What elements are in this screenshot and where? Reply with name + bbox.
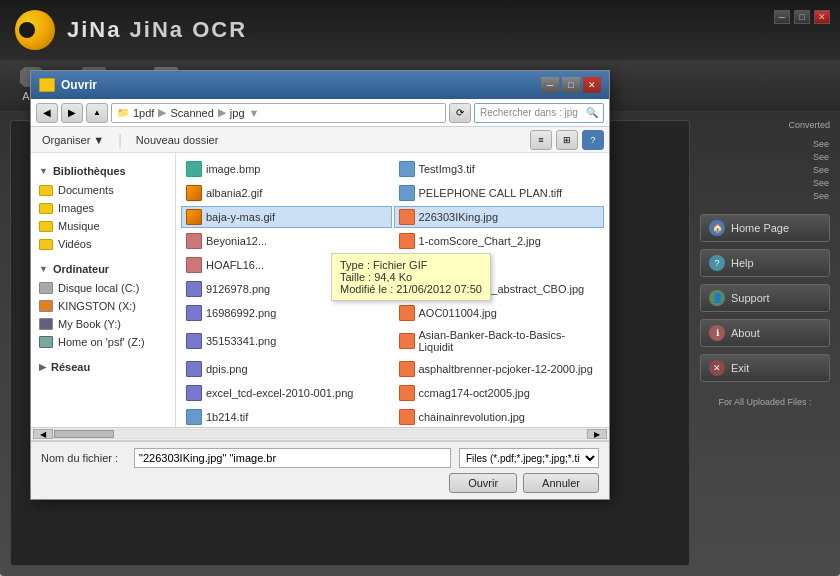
- forward-button[interactable]: ▶: [61, 103, 83, 123]
- sidebar-item-home-psf[interactable]: Home on 'psf' (Z:): [31, 333, 175, 351]
- converted-label: Converted: [700, 120, 830, 130]
- file-item-dpis[interactable]: dpis.png: [181, 358, 392, 380]
- sidebar-item-videos[interactable]: Vidéos: [31, 235, 175, 253]
- network-section: ▶ Réseau: [31, 354, 175, 380]
- search-icon: 🔍: [586, 107, 598, 118]
- file-item-beyonia[interactable]: Beyonia12...: [181, 230, 392, 252]
- jpg-icon: [399, 385, 415, 401]
- file-open-dialog: Ouvrir ─ □ ✕ ◀ ▶ ▲ 📁 1pdf ▶ Scanned ▶ jp…: [30, 70, 610, 500]
- file-item-baja[interactable]: baja-y-mas.gif: [181, 206, 392, 228]
- dialog-close-button[interactable]: ✕: [583, 77, 601, 93]
- dialog-sidebar: ▼ Bibliothèques Documents Images Musique: [31, 153, 176, 427]
- img-icon: [186, 233, 202, 249]
- file-item-226303[interactable]: 226303IKing.jpg: [394, 206, 605, 228]
- maximize-button[interactable]: □: [794, 10, 810, 24]
- back-button[interactable]: ◀: [36, 103, 58, 123]
- search-bar[interactable]: Rechercher dans : jpg 🔍: [474, 103, 604, 123]
- scroll-thumb[interactable]: [54, 430, 114, 438]
- jina-titlebar: JiNa JiNa OCR ─ □ ✕: [0, 0, 840, 60]
- file-item-excel-tcd[interactable]: excel_tcd-excel-2010-001.png: [181, 382, 392, 404]
- drive-icon: [39, 282, 53, 294]
- file-item-1b214[interactable]: 1b214.tif: [181, 406, 392, 427]
- gif-icon: [186, 209, 202, 225]
- minimize-button[interactable]: ─: [774, 10, 790, 24]
- breadcrumb[interactable]: 📁 1pdf ▶ Scanned ▶ jpg ▼: [111, 103, 446, 123]
- about-button[interactable]: ℹ About: [700, 319, 830, 347]
- tooltip-type: Type : Fichier GIF: [340, 259, 482, 271]
- nouveau-dossier-button[interactable]: Nouveau dossier: [130, 132, 225, 148]
- close-button[interactable]: ✕: [814, 10, 830, 24]
- file-item-asphalt[interactable]: asphaltbrenner-pcjoker-12-2000.jpg: [394, 358, 605, 380]
- jpg-icon: [399, 209, 415, 225]
- grid-view-button[interactable]: ⊞: [556, 130, 578, 150]
- file-item-testimg3[interactable]: TestImg3.tif: [394, 158, 605, 180]
- tif-icon: [399, 185, 415, 201]
- dialog-title: Ouvrir: [61, 78, 97, 92]
- tooltip-size: Taille : 94,4 Ko: [340, 271, 482, 283]
- recent-button[interactable]: ⟳: [449, 103, 471, 123]
- filename-input[interactable]: [134, 448, 451, 468]
- about-icon: ℹ: [709, 325, 725, 341]
- dialog-maximize-button[interactable]: □: [562, 77, 580, 93]
- organiser-button[interactable]: Organiser ▼: [36, 132, 110, 148]
- jina-right-sidebar: Converted See See See See See 🏠 Home Pag…: [700, 120, 830, 566]
- scroll-track[interactable]: [53, 429, 587, 439]
- expand-icon: ▼: [39, 264, 48, 274]
- jpg-icon: [399, 333, 415, 349]
- folder-icon: [39, 203, 53, 214]
- sidebar-item-images[interactable]: Images: [31, 199, 175, 217]
- list-view-button[interactable]: ≡: [530, 130, 552, 150]
- libraries-header[interactable]: ▼ Bibliothèques: [31, 161, 175, 181]
- sidebar-item-documents[interactable]: Documents: [31, 181, 175, 199]
- window-controls: ─ □ ✕: [774, 10, 830, 24]
- app-title: JiNa JiNa OCR: [67, 17, 247, 43]
- network-header[interactable]: ▶ Réseau: [31, 357, 175, 377]
- file-item-ccmag[interactable]: ccmag174-oct2005.jpg: [394, 382, 605, 404]
- file-item-16986992[interactable]: 16986992.png: [181, 302, 392, 324]
- file-item-comscore[interactable]: 1-comScore_Chart_2.jpg: [394, 230, 605, 252]
- drive-icon: [39, 318, 53, 330]
- scroll-right-button[interactable]: ▶: [587, 429, 607, 439]
- tif-icon: [399, 161, 415, 177]
- dialog-bottom: Nom du fichier : Files (*.pdf;*.jpeg;*.j…: [31, 441, 609, 499]
- exit-button[interactable]: ✕ Exit: [700, 354, 830, 382]
- folder-icon: [39, 239, 53, 250]
- open-button[interactable]: Ouvrir: [449, 473, 517, 493]
- file-item-image-bmp[interactable]: image.bmp: [181, 158, 392, 180]
- cancel-button[interactable]: Annuler: [523, 473, 599, 493]
- jpg-icon: [399, 409, 415, 425]
- file-item-35153341[interactable]: 35153341.png: [181, 326, 392, 356]
- help-view-button[interactable]: ?: [582, 130, 604, 150]
- help-icon: ?: [709, 255, 725, 271]
- sidebar-item-musique[interactable]: Musique: [31, 217, 175, 235]
- file-item-chainain[interactable]: chainainrevolution.jpg: [394, 406, 605, 427]
- png-icon: [186, 333, 202, 349]
- folder-icon: [39, 185, 53, 196]
- dialog-minimize-button[interactable]: ─: [541, 77, 559, 93]
- sidebar-item-mybook[interactable]: My Book (Y:): [31, 315, 175, 333]
- support-button[interactable]: 👤 Support: [700, 284, 830, 312]
- filename-row: Nom du fichier : Files (*.pdf;*.jpeg;*.j…: [41, 448, 599, 468]
- dialog-titlebar: Ouvrir ─ □ ✕: [31, 71, 609, 99]
- network-icon: [39, 336, 53, 348]
- horizontal-scrollbar[interactable]: ◀ ▶: [31, 427, 609, 441]
- home-page-button[interactable]: 🏠 Home Page: [700, 214, 830, 242]
- file-item-albania2[interactable]: albania2.gif: [181, 182, 392, 204]
- jpg-icon: [399, 305, 415, 321]
- dialog-folder-icon: [39, 78, 55, 92]
- folder-icon: [39, 221, 53, 232]
- file-item-asian-banker[interactable]: Asian-Banker-Back-to-Basics-Liquidit: [394, 326, 605, 356]
- file-item-pelephone[interactable]: PELEPHONE CALL PLAN.tiff: [394, 182, 605, 204]
- scroll-left-button[interactable]: ◀: [33, 429, 53, 439]
- up-button[interactable]: ▲: [86, 103, 108, 123]
- sidebar-item-kingston[interactable]: KINGSTON (X:): [31, 297, 175, 315]
- folder-icon-small: 📁: [117, 107, 129, 118]
- computer-header[interactable]: ▼ Ordinateur: [31, 259, 175, 279]
- png-icon: [186, 305, 202, 321]
- img-icon: [186, 257, 202, 273]
- sidebar-item-c-drive[interactable]: Disque local (C:): [31, 279, 175, 297]
- filetype-select[interactable]: Files (*.pdf;*.jpeg;*.jpg;*.tiff;*.tif: [459, 448, 599, 468]
- help-button[interactable]: ? Help: [700, 249, 830, 277]
- file-item-aoc011004[interactable]: AOC011004.jpg: [394, 302, 605, 324]
- for-all-label: For All Uploaded Files :: [700, 397, 830, 407]
